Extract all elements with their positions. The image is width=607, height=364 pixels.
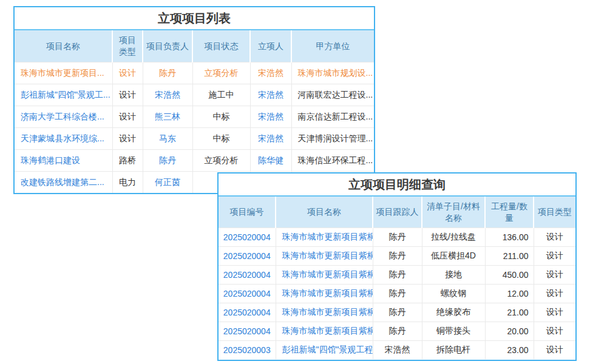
table-header-row: 项目名称 项目类型 项目负责人 项目状态 立项人 甲方单位	[15, 30, 374, 62]
project-name-link[interactable]: 天津蒙城县水环境综...	[21, 133, 104, 143]
project-type-text: 设计	[546, 326, 563, 335]
project-code-link[interactable]: 2025020004	[223, 308, 271, 317]
project-manager-link[interactable]: 陈丹	[159, 155, 176, 165]
project-name-link[interactable]: 珠海市城市更新项目紫桐	[282, 251, 373, 260]
col-header-project-name: 项目名称	[15, 30, 112, 62]
initiator-link[interactable]: 陈华健	[258, 155, 283, 165]
project-type-text: 设计	[546, 251, 563, 260]
project-manager-link[interactable]: 马东	[159, 133, 176, 143]
material-name-text: 螺纹钢	[441, 288, 466, 298]
project-name-link[interactable]: 改建铁路线增建第二...	[21, 177, 104, 187]
project-type-text: 设计	[546, 307, 563, 317]
col-header-project-status: 项目状态	[192, 30, 250, 62]
project-name-link[interactable]: 珠海鹤港口建设	[21, 155, 80, 165]
col-header-project-code: 项目编号	[219, 197, 276, 228]
material-name-text: 绝缘胶布	[436, 307, 470, 317]
client-unit-text: 河南联宏达工程设...	[298, 90, 373, 99]
project-code-link[interactable]: 2025020004	[223, 289, 271, 298]
project-manager-link[interactable]: 宋浩然	[155, 90, 180, 99]
col-header-project-name: 项目名称	[276, 197, 373, 228]
project-name-link[interactable]: 珠海市城市更新项目紫桐	[282, 288, 373, 298]
project-name-link[interactable]: 彭祖新城"四馆"景观工程	[282, 345, 373, 354]
quantity-value: 136.00	[503, 232, 529, 242]
material-name-text: 拉线/拉线盘	[431, 232, 476, 241]
col-header-project-type: 项目类型	[534, 197, 575, 228]
project-name-link[interactable]: 珠海市城市更新项目紫桐	[282, 269, 373, 279]
tracker-text: 陈丹	[389, 307, 406, 317]
project-code-link[interactable]: 2025020004	[223, 326, 271, 336]
col-header-project-manager: 项目负责人	[143, 30, 192, 62]
project-detail-panel: 立项项目明细查询 项目编号 项目名称 项目跟踪人 清单子目/材料名称 工程量/数…	[217, 172, 577, 361]
project-type-text: 设计	[119, 133, 136, 143]
project-name-link[interactable]: 珠海市城市更新项目...	[21, 68, 104, 78]
table-row: 济南大学工科综合楼... 设计 熊三林 中标 宋浩然 南京信达新工程设...	[15, 106, 374, 128]
client-unit-text: 南京信达新工程设...	[298, 112, 373, 121]
project-code-link[interactable]: 2025020004	[223, 232, 271, 242]
project-type-text: 设计	[119, 112, 136, 121]
col-header-quantity: 工程量/数量	[485, 197, 534, 228]
table-row: 2025020004 珠海市城市更新项目紫桐 陈丹 螺纹钢 12.00 设计	[219, 285, 575, 303]
initiator-link[interactable]: 宋浩然	[258, 90, 283, 99]
project-manager-link[interactable]: 陈丹	[159, 68, 176, 78]
client-unit-text: 珠海信业环保工程...	[298, 155, 373, 165]
material-name-text: 拆除电杆	[436, 345, 470, 354]
table-row: 2025020004 珠海市城市更新项目紫桐 陈丹 接地 450.00 设计	[219, 266, 575, 285]
initiator-link[interactable]: 宋浩然	[258, 133, 283, 143]
project-code-link[interactable]: 2025020003	[223, 345, 271, 355]
material-name-text: 接地	[445, 269, 462, 279]
initiator-link[interactable]: 宋浩然	[258, 68, 283, 78]
tracker-text: 宋浩然	[385, 345, 410, 354]
project-type-text: 电力	[119, 177, 136, 187]
project-status-text: 立项分析	[205, 68, 239, 78]
client-unit-text: 珠海市城市规划设...	[298, 68, 373, 78]
project-name-link[interactable]: 珠海市城市更新项目紫桐	[282, 307, 373, 317]
table-row: 2025020004 珠海市城市更新项目紫桐 陈丹 低压横担4D 211.00 …	[219, 247, 575, 266]
tracker-text: 陈丹	[389, 269, 406, 279]
project-manager-link[interactable]: 何正茵	[155, 177, 180, 187]
material-name-text: 低压横担4D	[431, 251, 476, 260]
project-name-link[interactable]: 济南大学工科综合楼...	[21, 112, 104, 121]
project-list-table: 项目名称 项目类型 项目负责人 项目状态 立项人 甲方单位 珠海市城市更新项目.…	[15, 30, 374, 193]
project-status-text: 施工中	[209, 90, 234, 99]
project-type-text: 设计	[546, 232, 563, 241]
table-row: 2025020003 彭祖新城"四馆"景观工程 宋浩然 拆除电杆 23.00 设…	[219, 341, 575, 360]
project-code-link[interactable]: 2025020004	[223, 251, 271, 261]
table-row: 2025020004 珠海市城市更新项目紫桐 陈丹 绝缘胶布 21.00 设计	[219, 303, 575, 322]
initiator-link[interactable]: 宋浩然	[258, 112, 283, 121]
col-header-tracker: 项目跟踪人	[373, 197, 422, 228]
material-name-text: 铜带接头	[436, 326, 470, 335]
project-status-text: 立项分析	[205, 155, 239, 165]
project-manager-link[interactable]: 熊三林	[155, 112, 180, 121]
col-header-project-type: 项目类型	[112, 30, 143, 62]
col-header-material-name: 清单子目/材料名称	[422, 197, 485, 228]
quantity-value: 20.00	[507, 326, 528, 336]
project-name-link[interactable]: 彭祖新城"四馆"景观工...	[21, 90, 110, 99]
table-row: 2025020004 珠海市城市更新项目紫桐 陈丹 拉线/拉线盘 136.00 …	[219, 228, 575, 247]
table-row: 珠海鹤港口建设 路桥 陈丹 立项分析 陈华健 珠海信业环保工程...	[15, 150, 374, 172]
project-name-link[interactable]: 珠海市城市更新项目紫桐	[282, 232, 373, 241]
project-type-text: 设计	[546, 288, 563, 298]
project-code-link[interactable]: 2025020004	[223, 270, 271, 280]
project-name-link[interactable]: 珠海市城市更新项目紫桐	[282, 326, 373, 335]
quantity-value: 450.00	[503, 270, 529, 280]
tracker-text: 陈丹	[389, 288, 406, 298]
col-header-initiator: 立项人	[250, 30, 291, 62]
quantity-value: 21.00	[507, 308, 528, 317]
project-type-text: 设计	[119, 90, 136, 99]
project-status-text: 中标	[213, 133, 230, 143]
table-row: 2025020004 珠海市城市更新项目紫桐 陈丹 铜带接头 20.00 设计	[219, 322, 575, 341]
project-detail-title: 立项项目明细查询	[219, 174, 575, 197]
table-header-row: 项目编号 项目名称 项目跟踪人 清单子目/材料名称 工程量/数量 项目类型	[219, 197, 575, 228]
tracker-text: 陈丹	[389, 232, 406, 241]
quantity-value: 23.00	[507, 345, 528, 355]
project-list-title: 立项项目列表	[15, 7, 374, 30]
project-detail-table: 项目编号 项目名称 项目跟踪人 清单子目/材料名称 工程量/数量 项目类型 20…	[219, 197, 575, 359]
project-type-text: 设计	[546, 269, 563, 279]
col-header-client-unit: 甲方单位	[291, 30, 374, 62]
quantity-value: 12.00	[507, 289, 528, 298]
project-type-text: 路桥	[119, 155, 136, 165]
table-row: 珠海市城市更新项目... 设计 陈丹 立项分析 宋浩然 珠海市城市规划设...	[15, 62, 374, 84]
project-type-text: 设计	[546, 345, 563, 354]
table-row: 彭祖新城"四馆"景观工... 设计 宋浩然 施工中 宋浩然 河南联宏达工程设..…	[15, 84, 374, 106]
project-type-text: 设计	[119, 68, 136, 78]
